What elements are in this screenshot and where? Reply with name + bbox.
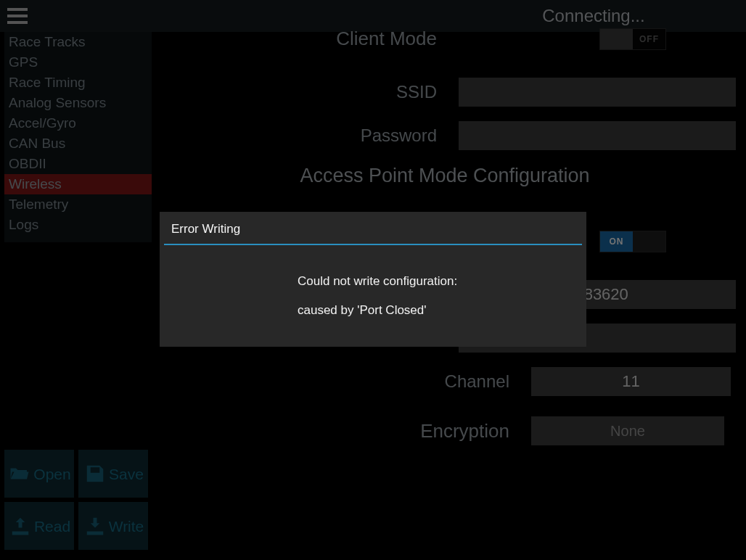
dialog-title: Error Writing — [160, 212, 586, 244]
error-dialog: Error Writing Could not write configurat… — [160, 212, 586, 347]
dialog-line1: Could not write configuration: — [298, 273, 586, 290]
dialog-body: Could not write configuration: caused by… — [160, 245, 586, 319]
dialog-line2: caused by 'Port Closed' — [298, 302, 586, 319]
